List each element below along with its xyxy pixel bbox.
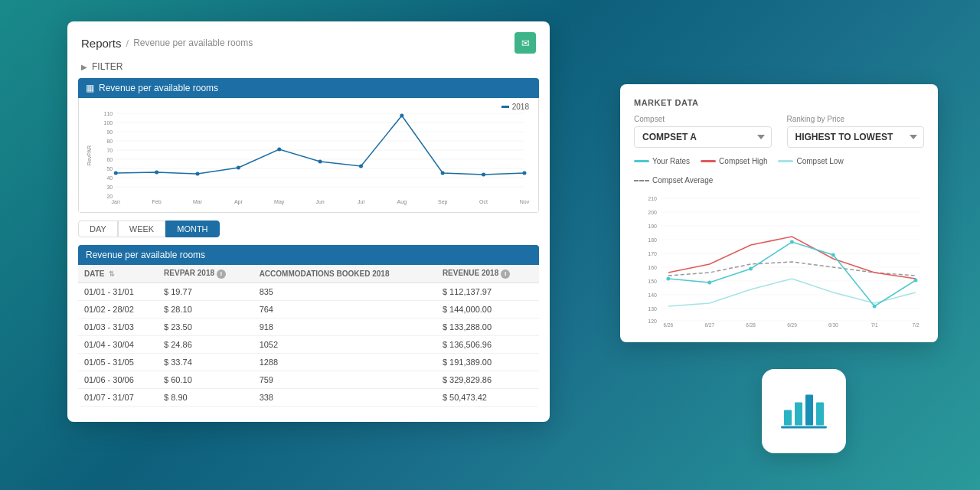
svg-point-69 bbox=[914, 279, 918, 283]
cell-accommodations: 918 bbox=[253, 318, 436, 336]
cell-revenue: $ 136,506.96 bbox=[436, 336, 539, 354]
period-buttons: DAY WEEK MONTH bbox=[78, 220, 539, 237]
svg-text:190: 190 bbox=[648, 224, 657, 229]
reports-main-title: Reports bbox=[81, 37, 122, 50]
revpar-chart-svg: 110 100 90 80 70 60 50 40 30 20 bbox=[85, 106, 532, 205]
svg-text:60: 60 bbox=[106, 157, 113, 162]
month-button[interactable]: MONTH bbox=[165, 220, 219, 237]
cell-accommodations: 338 bbox=[253, 389, 436, 407]
ranking-select[interactable]: HIGHEST TO LOWEST LOWEST TO HIGHEST bbox=[787, 126, 925, 148]
market-data-title: MARKET DATA bbox=[634, 98, 924, 107]
email-button[interactable]: ✉ bbox=[514, 32, 536, 54]
cell-revpar: $ 19.77 bbox=[158, 283, 253, 301]
table-header-bar: Revenue per available rooms bbox=[78, 245, 539, 265]
svg-text:180: 180 bbox=[648, 237, 657, 243]
svg-point-24 bbox=[318, 160, 322, 164]
legend-compset-low-label: Compset Low bbox=[796, 157, 843, 165]
svg-text:7/1: 7/1 bbox=[871, 322, 878, 328]
svg-text:100: 100 bbox=[103, 120, 113, 126]
svg-point-20 bbox=[155, 171, 158, 175]
legend-compset-low: Compset Low bbox=[778, 157, 843, 165]
svg-text:Nov: Nov bbox=[520, 199, 530, 204]
legend-your-rates: Your Rates bbox=[634, 157, 690, 165]
table-header-row: DATE ⇅ REVPAR 2018 i ACCOMMODATIONS BOOK… bbox=[78, 265, 539, 283]
cell-revpar: $ 60.10 bbox=[158, 371, 253, 389]
svg-text:Oct: Oct bbox=[479, 199, 488, 204]
svg-text:May: May bbox=[274, 199, 285, 205]
col-revpar[interactable]: REVPAR 2018 i bbox=[158, 265, 253, 283]
svg-text:200: 200 bbox=[648, 210, 657, 215]
table-row: 01/07 - 31/07 $ 8.90 338 $ 50,473.42 bbox=[78, 389, 539, 407]
svg-text:90: 90 bbox=[106, 129, 113, 135]
svg-point-23 bbox=[277, 148, 281, 152]
svg-text:120: 120 bbox=[648, 318, 657, 324]
legend-dot bbox=[501, 106, 509, 108]
svg-text:7/2: 7/2 bbox=[913, 322, 920, 328]
info-icon-revpar[interactable]: i bbox=[217, 270, 226, 279]
svg-rect-80 bbox=[805, 395, 813, 426]
svg-text:Jun: Jun bbox=[315, 199, 324, 204]
filter-chevron-icon: ▶ bbox=[81, 63, 87, 71]
cell-date: 01/03 - 31/03 bbox=[78, 318, 158, 336]
legend-compset-avg-label: Compset Average bbox=[652, 176, 713, 185]
day-button[interactable]: DAY bbox=[78, 220, 118, 237]
table-row: 01/06 - 30/06 $ 60.10 759 $ 329,829.86 bbox=[78, 371, 539, 389]
reports-header: Reports / Revenue per available rooms ✉ bbox=[67, 21, 550, 61]
svg-rect-78 bbox=[784, 410, 792, 426]
legend-line-compset-low bbox=[778, 160, 793, 162]
svg-text:Feb: Feb bbox=[152, 199, 162, 204]
market-legend: Your Rates Compset High Compset Low Comp… bbox=[634, 157, 924, 185]
info-icon-revenue[interactable]: i bbox=[501, 270, 510, 279]
cell-revenue: $ 144,000.00 bbox=[436, 301, 539, 318]
compset-select[interactable]: COMPSET A COMPSET B COMPSET C bbox=[634, 126, 772, 148]
svg-point-22 bbox=[237, 166, 240, 170]
legend-compset-high: Compset High bbox=[701, 157, 767, 165]
cell-date: 01/01 - 31/01 bbox=[78, 283, 158, 301]
svg-text:Aug: Aug bbox=[397, 199, 407, 205]
market-chart-area: 210 200 190 180 170 160 150 140 130 120 bbox=[634, 191, 924, 328]
market-filters: Compset COMPSET A COMPSET B COMPSET C Ra… bbox=[634, 115, 924, 148]
cell-revpar: $ 28.10 bbox=[158, 301, 253, 318]
svg-text:2019: 2019 bbox=[663, 328, 675, 328]
col-date[interactable]: DATE ⇅ bbox=[78, 265, 158, 283]
svg-text:RevPAR: RevPAR bbox=[87, 145, 92, 165]
cell-revpar: $ 33.74 bbox=[158, 354, 253, 371]
table-row: 01/04 - 30/04 $ 24.86 1052 $ 136,506.96 bbox=[78, 336, 539, 354]
col-revenue[interactable]: REVENUE 2018 i bbox=[436, 265, 539, 283]
svg-rect-81 bbox=[816, 403, 824, 426]
revenue-table-section: Revenue per available rooms DATE ⇅ REVPA… bbox=[78, 245, 539, 407]
chart-area: 2018 110 100 90 80 70 60 50 bbox=[78, 98, 539, 213]
svg-text:20: 20 bbox=[106, 194, 113, 199]
svg-text:40: 40 bbox=[106, 175, 113, 181]
bar-chart-icon-card bbox=[762, 369, 846, 453]
chart-header-bar: ▦ Revenue per available rooms bbox=[78, 78, 539, 98]
chart-legend: 2018 bbox=[501, 103, 529, 111]
svg-text:6/26: 6/26 bbox=[664, 322, 674, 328]
cell-accommodations: 764 bbox=[253, 301, 436, 318]
legend-year: 2018 bbox=[512, 103, 529, 111]
svg-text:Apr: Apr bbox=[234, 199, 243, 205]
filter-row[interactable]: ▶ FILTER bbox=[67, 61, 550, 78]
cell-date: 01/06 - 30/06 bbox=[78, 371, 158, 389]
svg-point-21 bbox=[195, 172, 199, 176]
svg-text:70: 70 bbox=[106, 148, 113, 153]
cell-date: 01/04 - 30/04 bbox=[78, 336, 158, 354]
svg-text:130: 130 bbox=[648, 306, 657, 312]
table-row: 01/03 - 31/03 $ 23.50 918 $ 133,288.00 bbox=[78, 318, 539, 336]
col-accommodations[interactable]: ACCOMMODATIONS BOOKED 2018 bbox=[253, 265, 436, 283]
svg-text:150: 150 bbox=[648, 279, 657, 284]
chart-title: Revenue per available rooms bbox=[99, 83, 218, 93]
svg-text:110: 110 bbox=[103, 111, 113, 116]
cell-date: 01/07 - 31/07 bbox=[78, 389, 158, 407]
svg-text:210: 210 bbox=[648, 196, 657, 201]
svg-text:Jan: Jan bbox=[112, 199, 120, 204]
legend-compset-average: Compset Average bbox=[634, 176, 713, 185]
svg-point-66 bbox=[790, 240, 794, 244]
week-button[interactable]: WEEK bbox=[118, 220, 165, 237]
ranking-label: Ranking by Price bbox=[787, 115, 925, 123]
svg-text:6/28: 6/28 bbox=[746, 322, 756, 328]
svg-point-27 bbox=[441, 172, 445, 175]
svg-rect-79 bbox=[795, 403, 802, 426]
cell-accommodations: 835 bbox=[253, 283, 436, 301]
cell-revenue: $ 329,829.86 bbox=[436, 371, 539, 389]
